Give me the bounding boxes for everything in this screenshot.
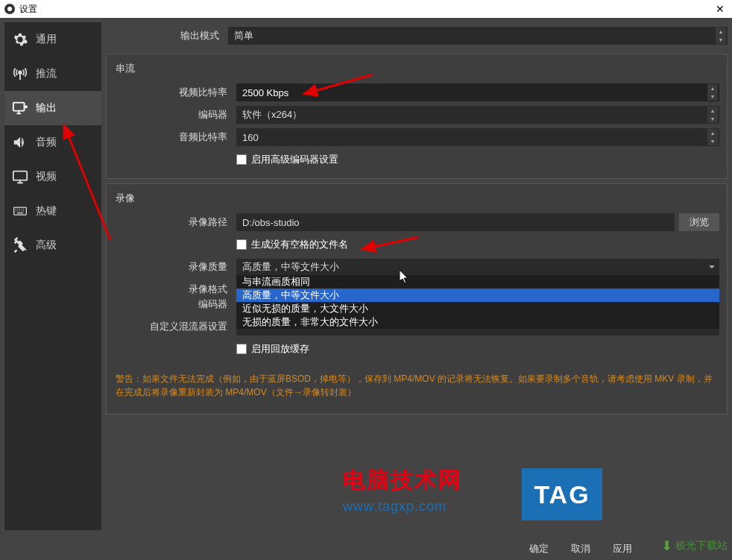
- streaming-legend: 串流: [114, 57, 719, 80]
- warning-text: 警告：如果文件无法完成（例如，由于蓝屏BSOD，掉电等），保存到 MP4/MOV…: [114, 366, 719, 405]
- watermark: 电脑技术网 www.tagxp.com: [343, 465, 462, 515]
- recording-quality-dropdown: 与串流画质相同 高质量，中等文件大小 近似无损的质量，大文件大小 无损的质量，非…: [236, 275, 719, 329]
- sidebar-item-label: 高级: [36, 239, 57, 252]
- window-title: 设置: [19, 3, 37, 16]
- ok-button[interactable]: 确定: [519, 539, 559, 559]
- muxer-label: 自定义混流器设置: [114, 320, 236, 333]
- cancel-button[interactable]: 取消: [561, 539, 601, 559]
- recording-quality-value: 高质量，中等文件大小: [242, 260, 339, 274]
- chevron-up-icon[interactable]: ▲: [707, 84, 718, 92]
- gear-icon: [12, 31, 28, 48]
- dialog-footer: 确定 取消 应用: [0, 538, 732, 560]
- streaming-fieldset: 串流 视频比特率 2500 Kbps ▲▼ 编码器 软件（x264） ▲▼: [106, 54, 728, 179]
- recording-fieldset: 录像 录像路径 浏览 生成没有空格的文件名 录像质量: [106, 183, 728, 415]
- monitor-output-icon: [12, 100, 28, 116]
- sidebar-item-general[interactable]: 通用: [4, 22, 101, 57]
- nospace-checkbox-row[interactable]: 生成没有空格的文件名: [236, 238, 348, 251]
- chevron-down-icon[interactable]: ▼: [707, 92, 718, 101]
- encoder-select[interactable]: 软件（x264） ▲▼: [236, 106, 719, 124]
- sidebar-item-output[interactable]: 输出: [4, 91, 101, 125]
- sidebar-item-stream[interactable]: 推流: [4, 57, 101, 91]
- svg-rect-2: [13, 172, 27, 180]
- chevron-down-icon[interactable]: ▼: [707, 115, 718, 123]
- browse-button[interactable]: 浏览: [679, 213, 719, 231]
- chevron-down-icon[interactable]: ▼: [716, 36, 726, 44]
- encoder-value: 软件（x264）: [242, 108, 302, 122]
- checkbox-icon[interactable]: [236, 239, 247, 250]
- audio-bitrate-select[interactable]: 160 ▲▼: [236, 128, 719, 146]
- sidebar-item-label: 视频: [36, 170, 57, 183]
- recording-quality-label: 录像质量: [114, 260, 236, 274]
- nospace-label: 生成没有空格的文件名: [251, 238, 348, 251]
- audio-bitrate-label: 音频比特率: [114, 130, 236, 144]
- encoder-label: 编码器: [114, 108, 236, 122]
- recording-quality-select[interactable]: 高质量，中等文件大小: [236, 259, 719, 275]
- video-bitrate-value: 2500 Kbps: [242, 87, 288, 98]
- checkbox-icon[interactable]: [236, 344, 247, 354]
- sidebar-item-label: 音频: [36, 136, 57, 149]
- speaker-icon: [12, 134, 28, 151]
- svg-point-0: [19, 71, 22, 74]
- sidebar-item-label: 输出: [36, 101, 57, 115]
- output-mode-select[interactable]: 简单 ▲▼: [228, 27, 728, 45]
- main-panel: 输出模式 简单 ▲▼ 串流 视频比特率 2500 Kbps ▲▼: [106, 22, 728, 530]
- close-icon[interactable]: ✕: [713, 3, 728, 15]
- antenna-icon: [12, 66, 28, 82]
- watermark-text: 电脑技术网: [343, 465, 462, 496]
- sidebar-item-video[interactable]: 视频: [4, 160, 101, 194]
- advanced-encoder-label: 启用高级编码器设置: [251, 153, 338, 166]
- quality-option[interactable]: 无损的质量，非常大的文件大小: [236, 315, 719, 329]
- watermark-url: www.tagxp.com: [343, 499, 462, 515]
- video-bitrate-input[interactable]: 2500 Kbps ▲▼: [236, 84, 719, 101]
- chevron-down-icon[interactable]: ▼: [707, 137, 718, 145]
- recording-format-label: 录像格式: [114, 283, 236, 296]
- svg-rect-1: [13, 103, 25, 111]
- apply-button[interactable]: 应用: [602, 539, 643, 559]
- recording-path-input[interactable]: [236, 213, 675, 231]
- replay-label: 启用回放缓存: [251, 342, 309, 356]
- recording-encoder-label: 编码器: [114, 298, 236, 311]
- audio-bitrate-value: 160: [242, 132, 259, 143]
- chevron-up-icon[interactable]: ▲: [716, 28, 726, 36]
- chevron-up-icon[interactable]: ▲: [707, 129, 718, 137]
- tools-icon: [12, 237, 28, 254]
- app-icon: [4, 4, 15, 14]
- output-mode-label: 输出模式: [106, 29, 228, 43]
- sidebar: 通用 推流 输出 音频 视频: [4, 22, 101, 530]
- watermark-badge-text: TAG: [534, 480, 590, 509]
- advanced-encoder-checkbox-row[interactable]: 启用高级编码器设置: [236, 153, 338, 166]
- sidebar-item-audio[interactable]: 音频: [4, 125, 101, 160]
- titlebar: 设置 ✕: [0, 0, 732, 18]
- sidebar-item-label: 热键: [36, 204, 57, 218]
- output-mode-row: 输出模式 简单 ▲▼: [106, 22, 728, 49]
- sidebar-item-hotkeys[interactable]: 热键: [4, 194, 101, 228]
- recording-path-label: 录像路径: [114, 215, 236, 229]
- monitor-icon: [12, 169, 28, 185]
- quality-option[interactable]: 近似无损的质量，大文件大小: [236, 302, 719, 315]
- sidebar-item-label: 推流: [36, 67, 57, 81]
- sidebar-item-advanced[interactable]: 高级: [4, 228, 101, 262]
- video-bitrate-label: 视频比特率: [114, 86, 236, 99]
- checkbox-icon[interactable]: [236, 154, 247, 165]
- chevron-up-icon[interactable]: ▲: [707, 107, 718, 115]
- recording-legend: 录像: [114, 187, 719, 210]
- sidebar-item-label: 通用: [36, 33, 57, 46]
- output-mode-value: 简单: [234, 29, 253, 43]
- keyboard-icon: [12, 203, 28, 219]
- watermark-badge: TAG: [522, 468, 602, 520]
- quality-option[interactable]: 与串流画质相同: [236, 275, 719, 289]
- quality-option[interactable]: 高质量，中等文件大小: [236, 289, 719, 302]
- replay-checkbox-row[interactable]: 启用回放缓存: [236, 342, 309, 356]
